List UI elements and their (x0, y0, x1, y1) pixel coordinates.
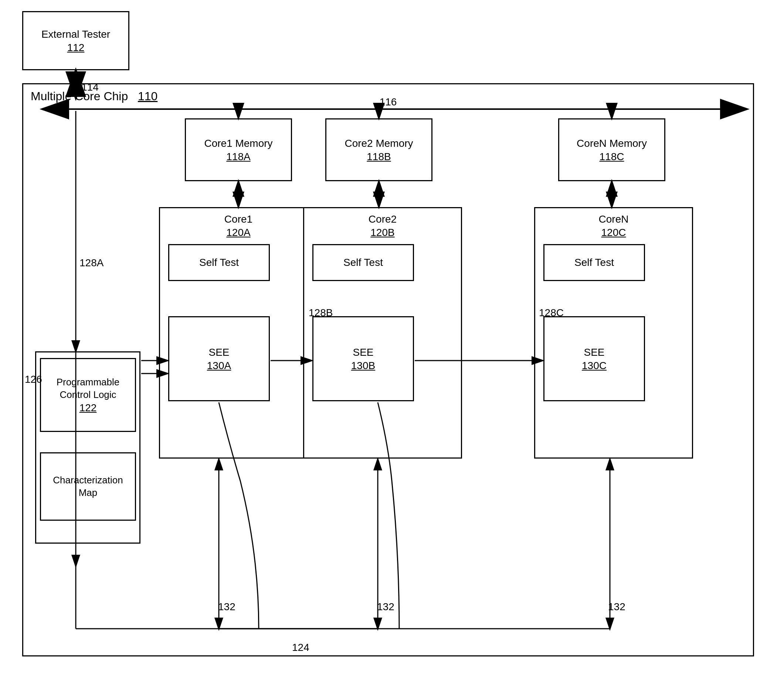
self-test-2-label: Self Test (344, 256, 383, 269)
programmable-ref: 122 (80, 402, 97, 414)
core2-memory-ref: 118B (367, 151, 391, 163)
coren-ref: 120C (601, 227, 626, 239)
external-tester-ref: 112 (67, 42, 84, 54)
self-test-1-box: Self Test (168, 244, 270, 281)
see3-box: SEE 130C (543, 316, 645, 401)
see1-label: SEE (208, 346, 229, 359)
core2-memory-label: Core2 Memory (345, 137, 413, 150)
external-tester-box: External Tester 112 (22, 11, 130, 70)
programmable-control-container: Programmable Control Logic 122 Character… (35, 351, 141, 544)
core1-ref: 120A (226, 227, 250, 239)
core2-memory-box: Core2 Memory 118B (325, 118, 433, 181)
see2-box: SEE 130B (312, 316, 414, 401)
chip-label: Multiple Core Chip 110 (31, 89, 158, 104)
core2-label: Core2 (369, 213, 397, 226)
see3-label: SEE (584, 346, 604, 359)
coren-label: CoreN (599, 213, 629, 226)
core1-memory-box: Core1 Memory 118A (185, 118, 292, 181)
see1-box: SEE 130A (168, 316, 270, 401)
self-test-1-label: Self Test (199, 256, 239, 269)
char-map-label: Characterization Map (53, 474, 123, 499)
external-tester-label: External Tester (41, 28, 110, 41)
programmable-label: Programmable Control Logic (56, 376, 120, 401)
char-map-box: Characterization Map (40, 452, 136, 521)
diagram: External Tester 112 Multiple Core Chip 1… (0, 0, 784, 679)
core1-memory-label: Core1 Memory (204, 137, 272, 150)
self-test-3-box: Self Test (543, 244, 645, 281)
chip-ref: 110 (138, 89, 158, 103)
self-test-2-box: Self Test (312, 244, 414, 281)
programmable-control-box: Programmable Control Logic 122 (40, 358, 136, 432)
see2-ref: 130B (351, 360, 375, 372)
coren-memory-label: CoreN Memory (576, 137, 647, 150)
core2-ref: 120B (370, 227, 394, 239)
core1-memory-ref: 118A (226, 151, 250, 163)
see1-ref: 130A (207, 360, 231, 372)
see3-ref: 130C (582, 360, 607, 372)
coren-memory-ref: 118C (600, 151, 624, 163)
coren-memory-box: CoreN Memory 118C (558, 118, 665, 181)
ref-126: 126 (25, 374, 42, 385)
see2-label: SEE (353, 346, 373, 359)
core1-label: Core1 (224, 213, 253, 226)
self-test-3-label: Self Test (575, 256, 614, 269)
